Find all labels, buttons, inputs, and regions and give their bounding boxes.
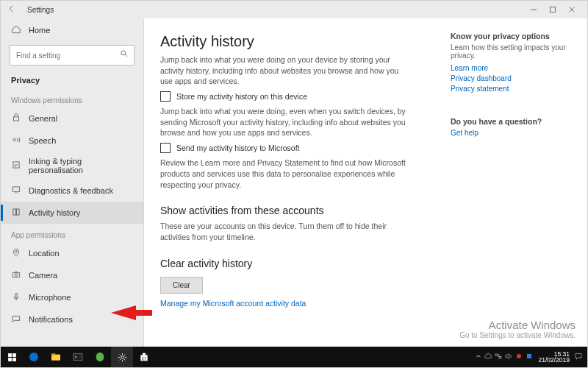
svg-rect-11 [15,293,17,297]
sidebar-item-activity-history[interactable]: Activity history [1,202,143,224]
tray-date: 21/02/2019 [538,357,570,364]
aside-link-privacy-statement[interactable]: Privacy statement [451,85,577,93]
sidebar-item-location[interactable]: Location [1,242,143,264]
svg-rect-23 [143,353,146,355]
svg-rect-22 [140,355,147,361]
sidebar-item-camera[interactable]: Camera [1,264,143,286]
sidebar-item-label: Activity history [29,208,80,217]
search-field[interactable] [15,51,119,60]
speech-icon [11,135,21,146]
sidebar-item-label: Notifications [29,315,73,324]
taskbar-app-1[interactable] [89,347,111,367]
clear-button[interactable]: Clear [160,277,203,294]
checkbox-send-history[interactable]: Send my activity history to Microsoft [160,143,424,153]
sidebar-item-microphone[interactable]: Microphone [1,286,143,308]
checkbox-icon [160,91,171,102]
tray-clock[interactable]: 15:31 21/02/2019 [535,351,573,364]
microphone-icon [11,291,21,303]
system-tray[interactable]: 15:31 21/02/2019 [475,351,587,364]
sidebar-section-app: App permissions [1,224,143,242]
sidebar-item-label: Microphone [29,293,71,302]
sidebar-home-label: Home [29,26,50,35]
svg-rect-27 [145,359,146,361]
svg-point-1 [121,51,126,55]
tray-chevron-icon[interactable] [475,353,482,361]
page-description-3: Review the Learn more and Privacy Statem… [160,158,410,190]
checkbox-label: Send my activity history to Microsoft [176,144,299,152]
taskbar-explorer[interactable] [45,347,67,367]
taskbar-terminal[interactable] [67,347,89,367]
sidebar-home[interactable]: Home [1,18,143,42]
close-button[interactable] [562,1,581,18]
minimize-button[interactable] [524,1,543,18]
taskbar-settings[interactable] [111,347,133,367]
page-description-2: Jump back into what you were doing, even… [160,106,410,138]
checkbox-store-history[interactable]: Store my activity history on this device [160,91,424,102]
tray-icon-2[interactable] [525,352,534,362]
svg-rect-20 [74,353,82,360]
window-title: Settings [27,6,54,14]
sidebar-item-speech[interactable]: Speech [1,130,143,152]
sidebar-item-label: Diagnostics & feedback [29,186,113,195]
sidebar-item-diagnostics[interactable]: Diagnostics & feedback [1,180,143,202]
svg-rect-24 [142,357,143,358]
svg-rect-7 [17,209,19,215]
section-accounts-title: Show activities from these accounts [160,205,424,216]
page-title: Activity history [160,33,424,50]
history-icon [11,207,21,219]
tray-icon-1[interactable] [514,352,523,362]
svg-rect-2 [14,117,19,121]
aside-link-learn-more[interactable]: Learn more [451,64,577,72]
manage-account-link[interactable]: Manage my Microsoft account activity dat… [160,299,306,308]
svg-rect-15 [8,358,12,361]
svg-rect-31 [527,354,531,358]
camera-icon [11,269,21,281]
titlebar: Settings [1,1,587,18]
aside-link-get-help[interactable]: Get help [451,129,577,137]
svg-rect-5 [12,187,19,191]
checkbox-label: Store my activity history on this device [176,92,307,101]
svg-rect-14 [12,353,16,357]
sidebar-item-general[interactable]: General [1,107,143,130]
sidebar-category: Privacy [1,71,143,89]
svg-point-21 [121,355,123,358]
aside-pane: Know your privacy options Learn how this… [440,18,587,347]
sidebar-item-label: General [29,114,57,123]
search-input[interactable] [10,45,135,66]
back-icon[interactable] [7,4,20,15]
feedback-icon [11,185,21,197]
search-icon [119,49,129,62]
svg-rect-16 [12,358,16,361]
taskbar-store[interactable] [133,347,155,367]
svg-point-3 [13,138,16,141]
tray-volume-icon[interactable] [504,352,513,362]
svg-rect-25 [145,357,146,358]
sidebar-item-label: Camera [29,271,57,280]
tray-network-icon[interactable] [494,352,503,362]
svg-point-10 [15,274,18,277]
sidebar-item-inking[interactable]: Inking & typing personalisation [1,152,143,180]
checkbox-icon [160,143,171,153]
taskbar[interactable]: 15:31 21/02/2019 [1,347,587,367]
main-pane: Activity history Jump back into what you… [144,18,440,347]
section-clear-title: Clear activity history [160,258,424,269]
tray-cloud-icon[interactable] [484,352,492,362]
taskbar-edge[interactable] [23,347,45,367]
page-description-1: Jump back into what you were doing on yo… [160,54,410,87]
svg-rect-26 [142,359,143,361]
maximize-button[interactable] [543,1,562,18]
start-button[interactable] [1,347,23,367]
sidebar-item-notifications[interactable]: Notifications [1,308,143,330]
watermark-line2: Go to Settings to activate Windows. [459,331,576,339]
location-icon [11,247,21,259]
sidebar-section-windows: Windows permissions [1,89,143,107]
aside-question-title: Do you have a question? [451,117,577,126]
sidebar-item-label: Inking & typing personalisation [29,157,133,174]
activation-watermark: Activate Windows Go to Settings to activ… [459,319,576,339]
aside-title: Know your privacy options [451,32,577,40]
notifications-icon [11,314,21,325]
aside-link-privacy-dashboard[interactable]: Privacy dashboard [451,74,577,82]
lock-icon [11,113,21,124]
action-center-icon[interactable] [574,352,583,362]
sidebar: Home Privacy Windows permissions General… [1,18,144,347]
